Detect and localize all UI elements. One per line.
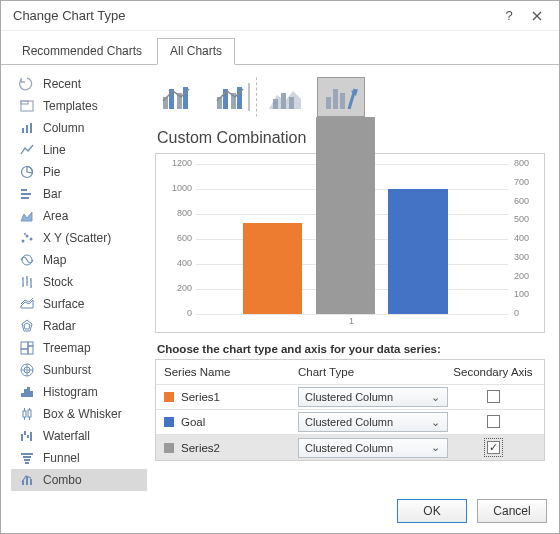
sidebar-item-line[interactable]: Line xyxy=(11,139,147,161)
svg-rect-6 xyxy=(21,189,27,191)
sidebar-item-radar[interactable]: Radar xyxy=(11,315,147,337)
combo-subtype-clustered-line[interactable] xyxy=(155,77,203,117)
bar-chart-icon xyxy=(17,184,37,204)
col-secondary-axis: Secondary Axis xyxy=(452,366,534,378)
svg-rect-21 xyxy=(24,389,27,397)
sidebar-item-scatter[interactable]: X Y (Scatter) xyxy=(11,227,147,249)
tab-recommended[interactable]: Recommended Charts xyxy=(9,38,155,64)
chevron-down-icon: ⌄ xyxy=(427,416,443,429)
sidebar-item-label: Surface xyxy=(43,297,141,311)
sidebar-item-templates[interactable]: Templates xyxy=(11,95,147,117)
sidebar-item-label: Treemap xyxy=(43,341,141,355)
sidebar-item-label: Sunburst xyxy=(43,363,141,377)
histogram-chart-icon xyxy=(17,382,37,402)
cancel-button[interactable]: Cancel xyxy=(477,499,547,523)
sidebar-item-sunburst[interactable]: Sunburst xyxy=(11,359,147,381)
column-chart-icon xyxy=(17,118,37,138)
sidebar-item-stock[interactable]: Stock xyxy=(11,271,147,293)
scatter-chart-icon xyxy=(17,228,37,248)
area-chart-icon xyxy=(17,206,37,226)
combo-subtype-clustered-line-secondary[interactable] xyxy=(209,77,257,117)
svg-rect-15 xyxy=(28,342,33,346)
sidebar-item-map[interactable]: Map xyxy=(11,249,147,271)
svg-rect-35 xyxy=(26,477,28,485)
svg-rect-49 xyxy=(326,97,331,109)
sidebar-item-label: Bar xyxy=(43,187,141,201)
recent-icon xyxy=(17,74,37,94)
sidebar-item-label: Templates xyxy=(43,99,141,113)
sunburst-chart-icon xyxy=(17,360,37,380)
sidebar-item-label: Pie xyxy=(43,165,141,179)
series-table: Series Name Chart Type Secondary Axis Se… xyxy=(155,359,545,461)
series-row[interactable]: Series1 Clustered Column ⌄ xyxy=(156,385,544,410)
svg-rect-50 xyxy=(333,89,338,109)
radar-chart-icon xyxy=(17,316,37,336)
sidebar-item-recent[interactable]: Recent xyxy=(11,73,147,95)
series-row[interactable]: Goal Clustered Column ⌄ xyxy=(156,410,544,435)
svg-rect-2 xyxy=(22,128,24,133)
box-whisker-icon xyxy=(17,404,37,424)
right-panel: Custom Combination 020040060080010001200… xyxy=(151,73,549,491)
sidebar-item-label: Stock xyxy=(43,275,141,289)
sidebar-item-column[interactable]: Column xyxy=(11,117,147,139)
sidebar-item-funnel[interactable]: Funnel xyxy=(11,447,147,469)
stock-chart-icon xyxy=(17,272,37,292)
secondary-axis-checkbox[interactable] xyxy=(487,441,500,454)
svg-rect-47 xyxy=(281,93,286,109)
svg-point-10 xyxy=(26,235,29,238)
funnel-chart-icon xyxy=(17,448,37,468)
dropdown-value: Clustered Column xyxy=(305,416,393,428)
combo-subtype-stacked-area-column[interactable] xyxy=(263,77,311,117)
sidebar-item-bar[interactable]: Bar xyxy=(11,183,147,205)
series-color-swatch xyxy=(164,443,174,453)
series-table-header: Series Name Chart Type Secondary Axis xyxy=(156,360,544,385)
sidebar-item-waterfall[interactable]: Waterfall xyxy=(11,425,147,447)
svg-rect-24 xyxy=(23,411,26,417)
chart-type-dropdown[interactable]: Clustered Column ⌄ xyxy=(298,438,448,458)
sidebar-item-boxwhisker[interactable]: Box & Whisker xyxy=(11,403,147,425)
svg-rect-29 xyxy=(30,432,32,441)
svg-rect-31 xyxy=(23,456,31,458)
sidebar-item-area[interactable]: Area xyxy=(11,205,147,227)
tab-all-charts[interactable]: All Charts xyxy=(157,38,235,65)
svg-rect-16 xyxy=(28,346,33,354)
secondary-axis-checkbox[interactable] xyxy=(487,415,500,428)
sidebar-item-surface[interactable]: Surface xyxy=(11,293,147,315)
ok-button[interactable]: OK xyxy=(397,499,467,523)
help-button[interactable]: ? xyxy=(495,5,523,27)
pie-chart-icon xyxy=(17,162,37,182)
svg-rect-3 xyxy=(26,125,28,133)
dropdown-value: Clustered Column xyxy=(305,391,393,403)
sidebar-item-treemap[interactable]: Treemap xyxy=(11,337,147,359)
svg-rect-36 xyxy=(30,479,32,485)
series-row[interactable]: Series2 Clustered Column ⌄ xyxy=(156,435,544,460)
sidebar-item-histogram[interactable]: Histogram xyxy=(11,381,147,403)
chevron-down-icon: ⌄ xyxy=(427,441,443,454)
dialog-buttons: OK Cancel xyxy=(397,499,547,523)
svg-rect-25 xyxy=(28,410,31,417)
sidebar-item-pie[interactable]: Pie xyxy=(11,161,147,183)
combo-chart-icon xyxy=(17,470,37,490)
svg-rect-33 xyxy=(25,462,29,464)
sidebar-item-label: Funnel xyxy=(43,451,141,465)
secondary-axis-checkbox[interactable] xyxy=(487,390,500,403)
svg-rect-46 xyxy=(273,99,278,109)
sidebar-item-label: Histogram xyxy=(43,385,141,399)
map-chart-icon xyxy=(17,250,37,270)
close-button[interactable] xyxy=(523,5,551,27)
titlebar: Change Chart Type ? xyxy=(1,1,559,31)
svg-rect-51 xyxy=(340,93,345,109)
sidebar-item-combo[interactable]: Combo xyxy=(11,469,147,491)
sidebar-item-label: Radar xyxy=(43,319,141,333)
sidebar-item-label: Box & Whisker xyxy=(43,407,141,421)
chart-type-dropdown[interactable]: Clustered Column ⌄ xyxy=(298,387,448,407)
combo-subtype-custom[interactable] xyxy=(317,77,365,117)
col-chart-type: Chart Type xyxy=(294,366,452,378)
series-name-label: Series1 xyxy=(181,391,220,403)
svg-point-9 xyxy=(22,240,25,243)
dialog-body: Recent Templates Column Line Pie Bar Are… xyxy=(1,65,559,499)
svg-rect-23 xyxy=(30,391,33,397)
window-title: Change Chart Type xyxy=(13,8,495,23)
chart-type-dropdown[interactable]: Clustered Column ⌄ xyxy=(298,412,448,432)
series-hint: Choose the chart type and axis for your … xyxy=(151,333,549,359)
